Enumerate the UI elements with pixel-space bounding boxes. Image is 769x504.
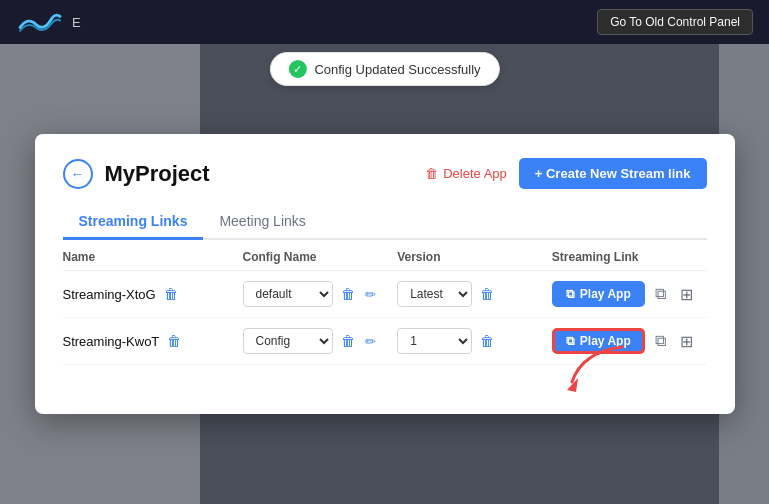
create-stream-link-button[interactable]: + Create New Stream link [519,158,707,189]
delete-trash-icon: 🗑 [425,166,438,181]
row-1-play-button[interactable]: ⧉ Play App [552,281,645,307]
modal-header-right: 🗑 Delete App + Create New Stream link [425,158,706,189]
modal-dialog: ← MyProject 🗑 Delete App + Create New St… [35,134,735,414]
streaming-links-table: Name Config Name Version Streaming Link … [63,240,707,365]
row-1-embed-button[interactable]: ⊞ [676,283,697,306]
row-2-delete-button[interactable]: 🗑 [165,331,183,351]
row-2-embed-button[interactable]: ⊞ [676,330,697,353]
table-row: Streaming-KwoT 🗑 Config 🗑 ✏ [63,318,707,365]
row-2-play-button[interactable]: ⧉ Play App [552,328,645,354]
top-bar: E Go To Old Control Panel [0,0,769,44]
row-2-name: Streaming-KwoT [63,334,160,349]
row-1-config-delete-button[interactable]: 🗑 [339,284,357,304]
row-1-version-cell: Latest 🗑 [397,281,552,307]
row-1-name: Streaming-XtoG [63,287,156,302]
row-2-play-icon: ⧉ [566,334,575,348]
row-2-config-edit-button[interactable]: ✏ [363,332,378,351]
row-2-version-select[interactable]: 1 [397,328,472,354]
row-1-copy-button[interactable]: ⧉ [651,283,670,305]
modal-header: ← MyProject 🗑 Delete App + Create New St… [63,158,707,189]
row-2-version-cell: 1 🗑 [397,328,552,354]
col-name: Name [63,250,243,264]
delete-app-button[interactable]: 🗑 Delete App [425,166,507,181]
background-content: ✓ Config Updated Successfully ← MyProjec… [0,44,769,504]
row-1-config-edit-button[interactable]: ✏ [363,285,378,304]
go-old-panel-button[interactable]: Go To Old Control Panel [597,9,753,35]
row-1-version-delete-button[interactable]: 🗑 [478,284,496,304]
tab-streaming-links[interactable]: Streaming Links [63,205,204,240]
col-streaming-link: Streaming Link [552,250,707,264]
back-button[interactable]: ← [63,159,93,189]
logo-area: E [16,8,81,36]
toast-message: Config Updated Successfully [314,62,480,77]
row-2-config-delete-button[interactable]: 🗑 [339,331,357,351]
row-2-config-cell: Config 🗑 ✏ [243,328,398,354]
row-1-config-cell: default 🗑 ✏ [243,281,398,307]
table-row: Streaming-XtoG 🗑 default 🗑 ✏ [63,271,707,318]
row-1-name-cell: Streaming-XtoG 🗑 [63,284,243,304]
row-1-streaming-cell: ⧉ Play App ⧉ ⊞ [552,281,707,307]
row-1-config-select[interactable]: default [243,281,333,307]
toast-check-icon: ✓ [288,60,306,78]
row-2-version-delete-button[interactable]: 🗑 [478,331,496,351]
toast-notification: ✓ Config Updated Successfully [269,52,499,86]
svg-marker-0 [567,378,578,392]
modal-overlay: ← MyProject 🗑 Delete App + Create New St… [0,44,769,504]
tabs-bar: Streaming Links Meeting Links [63,205,707,240]
table-header-row: Name Config Name Version Streaming Link [63,240,707,271]
modal-title: MyProject [105,161,210,187]
row-1-delete-button[interactable]: 🗑 [162,284,180,304]
row-2-config-select[interactable]: Config [243,328,333,354]
tab-meeting-links[interactable]: Meeting Links [203,205,321,240]
row-1-play-label: Play App [580,287,631,301]
delete-app-label: Delete App [443,166,507,181]
top-bar-title: E [72,15,81,30]
row-1-play-icon: ⧉ [566,287,575,301]
row-2-copy-button[interactable]: ⧉ [651,330,670,352]
col-config: Config Name [243,250,398,264]
row-1-version-select[interactable]: Latest [397,281,472,307]
col-version: Version [397,250,552,264]
row-2-name-cell: Streaming-KwoT 🗑 [63,331,243,351]
modal-header-left: ← MyProject [63,159,210,189]
row-2-play-label: Play App [580,334,631,348]
row-2-streaming-cell: ⧉ Play App ⧉ ⊞ [552,328,707,354]
